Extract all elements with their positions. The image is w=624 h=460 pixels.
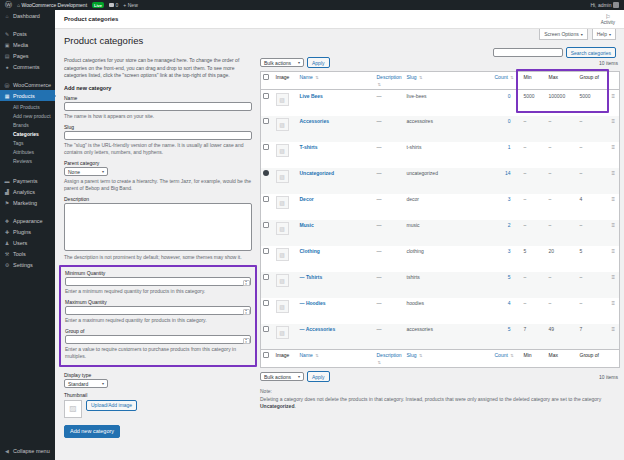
sidebar-item-appearance[interactable]: ❖Appearance bbox=[0, 215, 55, 226]
category-name-link[interactable]: Uncategorized bbox=[300, 170, 334, 176]
upload-image-button[interactable]: Upload/Add image bbox=[86, 400, 137, 411]
submenu-item-attributes[interactable]: Attributes bbox=[0, 147, 55, 156]
minimum-quantity-field[interactable] bbox=[65, 277, 251, 286]
submenu-item-all-products[interactable]: All Products bbox=[0, 102, 55, 111]
select-all-checkbox[interactable] bbox=[263, 352, 269, 358]
sidebar-item-media[interactable]: ▣Media bbox=[0, 39, 55, 50]
drag-handle-icon[interactable]: ≡ bbox=[612, 300, 616, 306]
drag-handle-icon[interactable]: ≡ bbox=[612, 326, 616, 332]
drag-handle-icon[interactable]: ≡ bbox=[612, 144, 616, 150]
category-name-link[interactable]: Live Bees bbox=[300, 93, 323, 99]
submenu-item-add-new-product[interactable]: Add new product bbox=[0, 111, 55, 120]
sidebar-item-payments[interactable]: ▬Payments bbox=[0, 175, 55, 186]
sidebar-item-comments[interactable]: ●Comments bbox=[0, 61, 55, 72]
category-count-link[interactable]: 5 bbox=[508, 274, 511, 280]
sidebar-item-users[interactable]: ♟Users bbox=[0, 237, 55, 248]
maximum-quantity-field[interactable] bbox=[65, 306, 251, 315]
quantity-stepper[interactable]: ▴▾ bbox=[243, 338, 250, 344]
quantity-stepper[interactable]: ▴▾ bbox=[243, 280, 250, 286]
drag-handle-icon[interactable]: ≡ bbox=[612, 196, 616, 202]
column-header-description[interactable]: Description ⇅ bbox=[375, 350, 405, 368]
row-checkbox[interactable] bbox=[263, 248, 269, 254]
parent-category-select[interactable]: None ▾ bbox=[64, 167, 108, 176]
category-count-link[interactable]: 4 bbox=[508, 300, 511, 306]
submenu-item-categories[interactable]: Categories bbox=[0, 129, 55, 138]
category-count-link[interactable]: 3 bbox=[508, 248, 511, 254]
drag-handle-icon[interactable]: ≡ bbox=[612, 93, 616, 99]
sidebar-item-posts[interactable]: ✎Posts bbox=[0, 28, 55, 39]
category-name-link[interactable]: T-shirts bbox=[300, 144, 318, 150]
activity-button[interactable]: ⚐ Activity bbox=[601, 14, 615, 25]
wordpress-logo-icon[interactable]: Ⓦ bbox=[5, 0, 12, 10]
category-count-link[interactable]: 1 bbox=[508, 144, 511, 150]
column-header-slug[interactable]: Slug ⇅ bbox=[405, 72, 493, 90]
category-count-link[interactable]: 3 bbox=[508, 196, 511, 202]
comments-menu-item[interactable]: 0 bbox=[109, 2, 118, 8]
sidebar-item-products[interactable]: ▦Products bbox=[0, 90, 55, 101]
column-header-name[interactable]: Name ⇅ bbox=[298, 350, 375, 368]
row-checkbox[interactable] bbox=[263, 144, 269, 150]
row-checkbox[interactable] bbox=[263, 326, 269, 332]
select-all-checkbox[interactable] bbox=[263, 74, 269, 80]
category-name-link[interactable]: Decor bbox=[300, 196, 314, 202]
category-count-link[interactable]: 14 bbox=[505, 170, 511, 176]
drag-handle-icon[interactable]: ≡ bbox=[612, 248, 616, 254]
row-checkbox[interactable] bbox=[263, 300, 269, 306]
sidebar-item-pages[interactable]: ▤Pages bbox=[0, 50, 55, 61]
bulk-actions-select[interactable]: Bulk actions ▾ bbox=[260, 372, 304, 381]
row-checkbox[interactable] bbox=[263, 196, 269, 202]
group-of-field[interactable] bbox=[65, 335, 251, 344]
user-menu-item[interactable]: Hi, admin bbox=[590, 2, 619, 8]
sidebar-item-woocommerce[interactable]: ⓌWooCommerce bbox=[0, 79, 55, 90]
submenu-item-brands[interactable]: Brands bbox=[0, 120, 55, 129]
site-menu-item[interactable]: ⌂ WooCommerce Development bbox=[17, 2, 87, 8]
submenu-item-reviews[interactable]: Reviews bbox=[0, 156, 55, 165]
slug-field[interactable] bbox=[64, 131, 252, 140]
drag-handle-icon[interactable]: ≡ bbox=[612, 274, 616, 280]
new-menu-item[interactable]: + New bbox=[123, 2, 137, 8]
search-input[interactable] bbox=[493, 48, 563, 57]
drag-handle-icon[interactable]: ≡ bbox=[612, 170, 616, 176]
category-name-link[interactable]: Clothing bbox=[300, 248, 320, 254]
bulk-actions-select[interactable]: Bulk actions ▾ bbox=[260, 58, 304, 67]
category-count-link[interactable]: 5 bbox=[508, 326, 511, 332]
column-header-slug[interactable]: Slug ⇅ bbox=[405, 350, 493, 368]
screen-options-button[interactable]: Screen Options ▾ bbox=[539, 29, 587, 40]
row-checkbox[interactable] bbox=[263, 274, 269, 280]
sidebar-item-tools[interactable]: ⚒Tools bbox=[0, 248, 55, 259]
category-name-link[interactable]: — Tshirts bbox=[300, 274, 323, 280]
apply-button[interactable]: Apply bbox=[307, 371, 330, 382]
category-count-link[interactable]: 2 bbox=[508, 222, 511, 228]
sidebar-item-marketing[interactable]: ⚑Marketing bbox=[0, 197, 55, 208]
column-header-count[interactable]: Count ⇅ bbox=[493, 72, 522, 90]
quantity-stepper[interactable]: ▴▾ bbox=[243, 309, 250, 315]
help-button[interactable]: Help ▾ bbox=[592, 29, 616, 40]
column-header-name[interactable]: Name ⇅ bbox=[298, 72, 375, 90]
sidebar-item-analytics[interactable]: ▟Analytics bbox=[0, 186, 55, 197]
category-count-link[interactable]: 0 bbox=[508, 118, 511, 124]
drag-handle-icon[interactable]: ≡ bbox=[612, 118, 616, 124]
category-count-link[interactable]: 0 bbox=[508, 93, 511, 99]
row-checkbox[interactable] bbox=[263, 118, 269, 124]
column-header-description[interactable]: Description ⇅ bbox=[375, 72, 405, 90]
sidebar-item-dashboard[interactable]: ⌂Dashboard bbox=[0, 10, 55, 21]
chevron-down-icon: ▾ bbox=[102, 381, 104, 386]
description-field[interactable] bbox=[64, 203, 252, 251]
row-image-cell: ▨ bbox=[274, 324, 298, 350]
drag-handle-icon[interactable]: ≡ bbox=[612, 222, 616, 228]
row-checkbox[interactable] bbox=[263, 222, 269, 228]
row-checkbox[interactable] bbox=[263, 93, 269, 99]
apply-button[interactable]: Apply bbox=[307, 57, 330, 68]
sidebar-item-settings[interactable]: ⚙Settings bbox=[0, 259, 55, 270]
display-type-select[interactable]: Standard ▾ bbox=[64, 379, 108, 388]
add-new-category-button[interactable]: Add new category bbox=[64, 425, 120, 438]
category-name-link[interactable]: — Accessories bbox=[300, 326, 336, 332]
submenu-item-tags[interactable]: Tags bbox=[0, 138, 55, 147]
collapse-menu-button[interactable]: ◀ Collapse menu bbox=[0, 445, 55, 456]
name-field[interactable] bbox=[64, 102, 252, 111]
category-name-link[interactable]: Accessories bbox=[300, 118, 329, 124]
sidebar-item-plugins[interactable]: ✚Plugins bbox=[0, 226, 55, 237]
category-name-link[interactable]: Music bbox=[300, 222, 314, 228]
category-name-link[interactable]: — Hoodies bbox=[300, 300, 326, 306]
column-header-count[interactable]: Count ⇅ bbox=[493, 350, 522, 368]
